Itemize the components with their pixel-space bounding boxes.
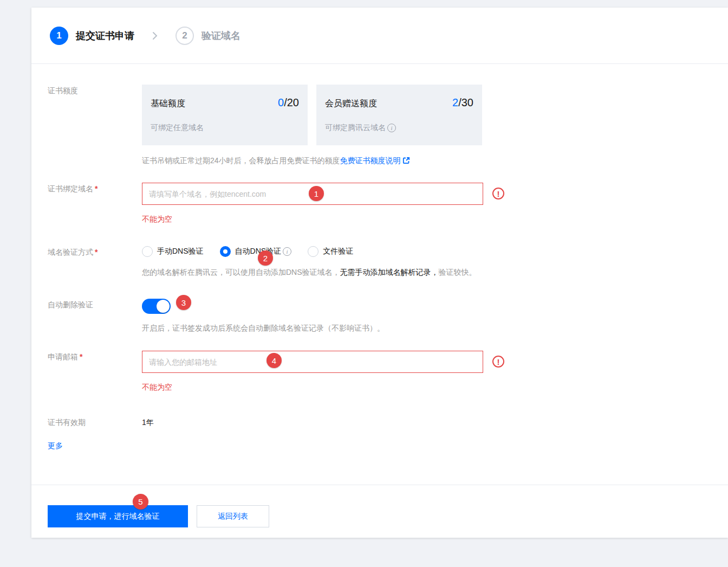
- step-1-circle: 1: [50, 27, 68, 45]
- certificate-apply-card: 1 提交证书申请 2 验证域名 证书额度 基础额度 0/20 可绑定任意域名: [31, 8, 728, 538]
- domain-error-text: 不能为空: [142, 215, 483, 224]
- email-input[interactable]: [142, 351, 483, 373]
- error-icon: !: [492, 188, 504, 199]
- step-wizard: 1 提交证书申请 2 验证域名: [31, 8, 728, 64]
- auto-delete-toggle[interactable]: [142, 299, 171, 314]
- info-icon[interactable]: i: [283, 247, 291, 256]
- step-2-circle: 2: [176, 27, 194, 45]
- quota-row: 证书额度 基础额度 0/20 可绑定任意域名 会员赠送额度 2/30: [48, 85, 728, 166]
- validity-row: 证书有效期 1年: [48, 416, 728, 428]
- annotation-badge-3: 3: [176, 295, 191, 310]
- error-icon: !: [492, 356, 504, 368]
- info-icon[interactable]: i: [387, 124, 396, 132]
- radio-auto-dns[interactable]: 自动DNS验证 i: [220, 246, 292, 257]
- basic-quota-value: 0/20: [278, 96, 299, 109]
- external-link-icon: [402, 157, 410, 164]
- radio-selected-icon: [220, 246, 231, 257]
- auto-delete-label: 自动删除验证: [48, 299, 142, 310]
- verify-method-label: 域名验证方式*: [48, 246, 142, 257]
- email-row: 申请邮箱* 4 ! 不能为空: [48, 351, 728, 392]
- radio-manual-dns[interactable]: 手动DNS验证: [142, 246, 204, 257]
- verify-method-desc: 您的域名解析在腾讯云，可以使用自动添加DNS验证域名，无需手动添加域名解析记录，…: [142, 268, 477, 278]
- member-quota-desc: 可绑定腾讯云域名 i: [325, 123, 473, 133]
- validity-label: 证书有效期: [48, 416, 142, 428]
- verify-method-radio-group: 手动DNS验证 自动DNS验证 i 文件验证 2: [142, 246, 477, 257]
- annotation-badge-5: 5: [133, 494, 148, 510]
- submit-button[interactable]: 提交申请，进行域名验证: [48, 505, 188, 527]
- verify-method-row: 域名验证方式* 手动DNS验证 自动DNS验证 i 文件验证: [48, 246, 728, 278]
- email-error-text: 不能为空: [142, 383, 483, 392]
- member-quota-card: 会员赠送额度 2/30 可绑定腾讯云域名 i: [316, 85, 482, 145]
- validity-value: 1年: [142, 416, 154, 428]
- member-quota-title: 会员赠送额度: [325, 98, 377, 109]
- radio-file-verify[interactable]: 文件验证: [308, 246, 353, 257]
- step-2-title: 验证域名: [202, 29, 240, 42]
- annotation-badge-2: 2: [258, 250, 273, 266]
- footer-actions: 提交申请，进行域名验证 返回列表 5: [31, 485, 728, 527]
- back-to-list-button[interactable]: 返回列表: [197, 505, 269, 527]
- basic-quota-card: 基础额度 0/20 可绑定任意域名: [142, 85, 308, 145]
- annotation-badge-1: 1: [309, 186, 324, 201]
- radio-unselected-icon: [142, 246, 153, 257]
- required-asterisk: *: [95, 184, 98, 193]
- domain-label: 证书绑定域名*: [48, 183, 142, 194]
- required-asterisk: *: [80, 352, 82, 361]
- quota-note: 证书吊销或正常过期24小时后，会释放占用免费证书的额度免费证书额度说明: [142, 156, 491, 166]
- more-link[interactable]: 更多: [48, 441, 63, 451]
- member-quota-value: 2/30: [452, 96, 473, 109]
- toggle-knob: [157, 300, 170, 313]
- annotation-badge-4: 4: [266, 353, 282, 368]
- basic-quota-desc: 可绑定任意域名: [151, 123, 299, 133]
- basic-quota-title: 基础额度: [151, 98, 185, 109]
- required-asterisk: *: [95, 248, 98, 256]
- chevron-right-icon: [151, 30, 159, 41]
- quota-label: 证书额度: [48, 85, 142, 96]
- email-label: 申请邮箱*: [48, 351, 142, 362]
- step-1-title: 提交证书申请: [76, 29, 134, 42]
- radio-unselected-icon: [308, 246, 318, 257]
- domain-row: 证书绑定域名* 1 ! 不能为空: [48, 183, 728, 224]
- certificate-form: 证书额度 基础额度 0/20 可绑定任意域名 会员赠送额度 2/30: [31, 85, 728, 428]
- auto-delete-row: 自动删除验证 3 开启后，证书签发成功后系统会自动删除域名验证记录（不影响证书）…: [48, 299, 728, 333]
- auto-delete-desc: 开启后，证书签发成功后系统会自动删除域名验证记录（不影响证书）。: [142, 324, 385, 333]
- free-quota-doc-link[interactable]: 免费证书额度说明: [340, 156, 410, 165]
